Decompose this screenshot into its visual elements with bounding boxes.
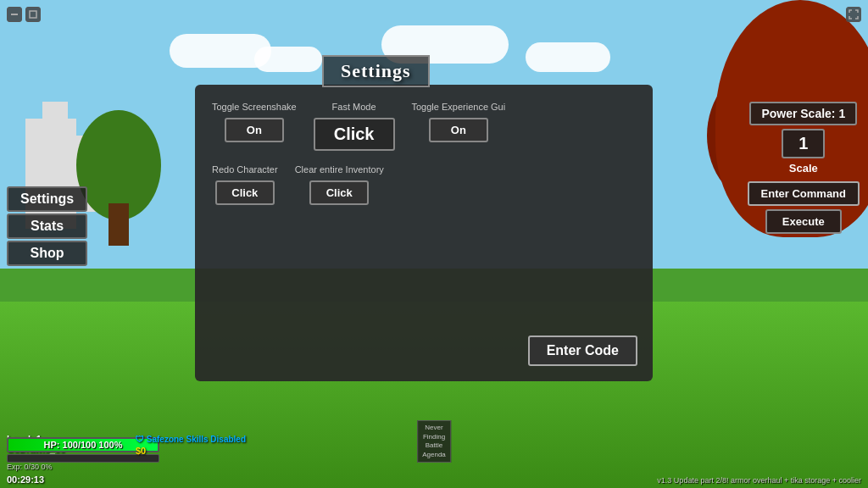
window-icon <box>25 7 41 22</box>
fast-mode-label: Fast Mode <box>332 102 376 113</box>
exp-text: Exp: 0/30 0% <box>7 463 159 471</box>
toggle-experience-button[interactable]: On <box>429 118 488 142</box>
scale-label: Scale <box>789 162 818 175</box>
settings-title: Settings <box>322 55 430 87</box>
version-text: v1.3 Update part 2/8! armor overhaul + t… <box>657 476 861 485</box>
settings-panel: Toggle Screenshake On Fast Mode Click To… <box>195 85 653 381</box>
cloud-4 <box>526 42 610 72</box>
window-minimize[interactable] <box>7 7 22 22</box>
toggle-experience-item: Toggle Experience Gui On <box>412 102 506 142</box>
toggle-experience-label: Toggle Experience Gui <box>412 102 506 113</box>
toggle-screenshake-item: Toggle Screenshake On <box>212 102 297 142</box>
left-sidebar: Settings Stats Shop <box>7 186 87 266</box>
safezone-notice: 🛡 Safezone Skills Disabled <box>136 435 246 444</box>
right-panel: Power Scale: 1 1 Scale Enter Command Exe… <box>748 102 860 234</box>
power-scale-label: Power Scale: 1 <box>749 102 857 125</box>
redo-character-label: Redo Character <box>212 164 278 175</box>
fullscreen-button[interactable] <box>846 7 861 22</box>
svg-rect-1 <box>30 11 36 18</box>
clear-inventory-label: Clear entire Inventory <box>295 164 384 175</box>
settings-row-2: Redo Character Click Clear entire Invent… <box>212 164 636 205</box>
redo-character-button[interactable]: Click <box>215 180 275 205</box>
enter-command-button[interactable]: Enter Command <box>748 181 860 206</box>
safezone-text: 🛡 Safezone Skills Disabled <box>136 435 246 444</box>
sidebar-shop-button[interactable]: Shop <box>7 241 87 266</box>
settings-row-1: Toggle Screenshake On Fast Mode Click To… <box>212 102 636 151</box>
clear-inventory-item: Clear entire Inventory Click <box>295 164 384 205</box>
sidebar-stats-button[interactable]: Stats <box>7 214 87 239</box>
clear-inventory-button[interactable]: Click <box>309 180 369 205</box>
redo-character-item: Redo Character Click <box>212 164 278 205</box>
fast-mode-item: Fast Mode Click <box>314 102 395 151</box>
sidebar-settings-button[interactable]: Settings <box>7 186 87 212</box>
building-2 <box>42 102 68 195</box>
money-display: $0 <box>136 446 146 456</box>
toggle-screenshake-button[interactable]: On <box>225 118 284 142</box>
cloud-2 <box>254 47 322 72</box>
timer: 00:29:13 <box>7 474 44 485</box>
window-controls <box>7 7 41 22</box>
svg-rect-0 <box>11 14 18 15</box>
fast-mode-button[interactable]: Click <box>314 118 395 151</box>
hp-text: HP: 100/100 100% <box>44 440 123 450</box>
power-scale-value: 1 <box>782 129 825 158</box>
execute-button[interactable]: Execute <box>765 209 842 234</box>
toggle-screenshake-label: Toggle Screenshake <box>212 102 297 113</box>
bottom-hud: Level: 1 GsDrawls_99 HP: 100/100 100% Ex… <box>0 412 868 488</box>
tree-left-trunk <box>108 203 129 246</box>
never-finding-battle-icon: Never Finding Battle Agenda <box>417 420 451 463</box>
enter-code-button[interactable]: Enter Code <box>528 336 637 366</box>
